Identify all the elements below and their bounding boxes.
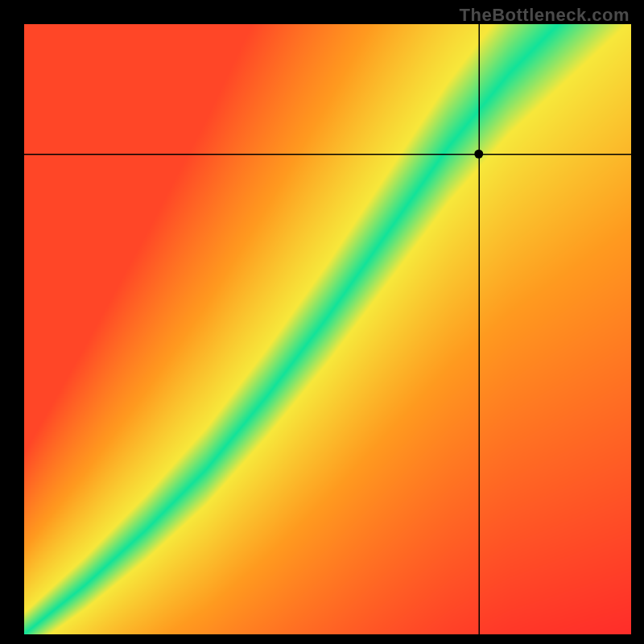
chart-frame: TheBottleneck.com	[0, 0, 644, 644]
overlay-canvas	[0, 0, 644, 644]
watermark-label: TheBottleneck.com	[460, 5, 630, 26]
